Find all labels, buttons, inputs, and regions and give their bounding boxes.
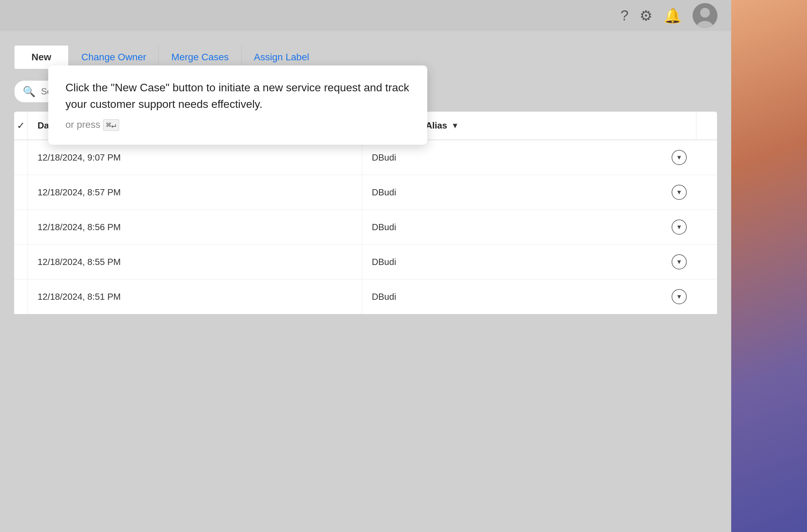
shortcut-key: ⌘↵ bbox=[103, 119, 119, 131]
row-dropdown-4[interactable]: ▼ bbox=[672, 254, 687, 269]
table-row: 12/18/2024, 8:51 PM DBudi ▼ bbox=[14, 279, 717, 314]
row-checkbox-3[interactable] bbox=[14, 210, 28, 244]
row-dropdown-1[interactable]: ▼ bbox=[672, 150, 687, 165]
owner-name-5: DBudi bbox=[372, 291, 396, 302]
shortcut-prefix: or press bbox=[65, 119, 100, 130]
row-dropdown-2[interactable]: ▼ bbox=[672, 185, 687, 200]
tooltip-popup: Click the "New Case" button to initiate … bbox=[48, 65, 427, 145]
main-content: New Change Owner Merge Cases Assign Labe… bbox=[0, 31, 731, 532]
row-date-4: 12/18/2024, 8:55 PM bbox=[28, 245, 362, 279]
owner-name-4: DBudi bbox=[372, 257, 396, 267]
search-icon: 🔍 bbox=[23, 85, 35, 98]
row-checkbox-1[interactable] bbox=[14, 140, 28, 175]
select-all-checkbox-cell: ✓ bbox=[14, 112, 28, 140]
tooltip-shortcut: or press ⌘↵ bbox=[65, 119, 410, 131]
avatar[interactable] bbox=[693, 3, 717, 28]
row-dropdown-3[interactable]: ▼ bbox=[672, 219, 687, 235]
row-checkbox-4[interactable] bbox=[14, 245, 28, 279]
row-owner-4: DBudi ▼ bbox=[362, 245, 696, 279]
row-owner-1: DBudi ▼ bbox=[362, 140, 696, 175]
row-date-5: 12/18/2024, 8:51 PM bbox=[28, 279, 362, 314]
table-row: 12/18/2024, 8:57 PM DBudi ▼ bbox=[14, 175, 717, 210]
header: ? ⚙ 🔔 bbox=[0, 0, 731, 31]
svg-point-1 bbox=[700, 8, 710, 18]
table-row: 12/18/2024, 8:56 PM DBudi ▼ bbox=[14, 210, 717, 245]
column-header-actions bbox=[696, 112, 717, 140]
action-row: New Change Owner Merge Cases Assign Labe… bbox=[14, 45, 717, 70]
row-checkbox-2[interactable] bbox=[14, 175, 28, 209]
help-icon[interactable]: ? bbox=[621, 7, 629, 24]
settings-icon[interactable]: ⚙ bbox=[640, 7, 653, 24]
right-sidebar bbox=[731, 0, 807, 532]
row-dropdown-5[interactable]: ▼ bbox=[672, 289, 687, 304]
sort-icon-owner[interactable]: ▼ bbox=[451, 121, 459, 130]
row-date-1: 12/18/2024, 9:07 PM bbox=[28, 140, 362, 175]
table-row: 12/18/2024, 8:55 PM DBudi ▼ bbox=[14, 245, 717, 279]
row-owner-3: DBudi ▼ bbox=[362, 210, 696, 244]
row-date-2: 12/18/2024, 8:57 PM bbox=[28, 175, 362, 209]
table-row: 12/18/2024, 9:07 PM DBudi ▼ bbox=[14, 140, 717, 175]
owner-name-3: DBudi bbox=[372, 222, 396, 233]
row-checkbox-5[interactable] bbox=[14, 279, 28, 314]
owner-name-2: DBudi bbox=[372, 187, 396, 198]
row-date-3: 12/18/2024, 8:56 PM bbox=[28, 210, 362, 244]
row-owner-2: DBudi ▼ bbox=[362, 175, 696, 209]
notifications-icon[interactable]: 🔔 bbox=[664, 7, 682, 24]
checkmark-icon: ✓ bbox=[17, 120, 25, 131]
tooltip-main-text: Click the "New Case" button to initiate … bbox=[65, 79, 410, 112]
owner-name-1: DBudi bbox=[372, 152, 396, 163]
row-owner-5: DBudi ▼ bbox=[362, 279, 696, 314]
